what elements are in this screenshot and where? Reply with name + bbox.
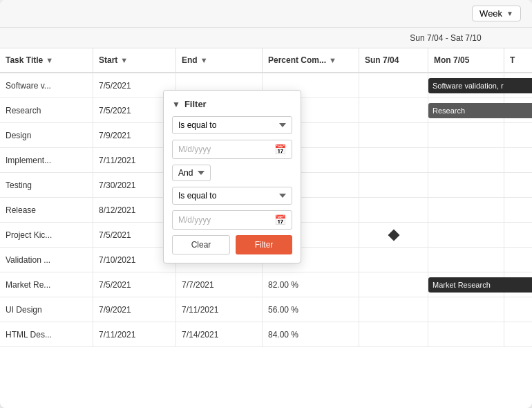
task-title-label: Task Title [6, 55, 43, 65]
col-header-start: Start ▼ [93, 48, 176, 72]
cell-mon [428, 123, 504, 147]
cell-task: HTML Des... [0, 322, 93, 346]
filter-button[interactable]: Filter [236, 235, 292, 254]
cell-t [504, 223, 532, 247]
cell-sun [359, 272, 428, 297]
cell-task: Software v... [0, 73, 93, 98]
cell-end: 7/11/2021 [176, 297, 263, 322]
cell-mon [428, 148, 504, 172]
calendar1-icon: 📅 [274, 144, 286, 155]
col-header-task: Task Title ▼ [0, 48, 93, 72]
cell-sun [359, 322, 428, 346]
cell-sun [359, 98, 428, 122]
cell-sun [359, 123, 428, 147]
and-row: And Or [172, 165, 292, 181]
cell-task: Market Re... [0, 272, 93, 297]
cell-end: 7/7/2021 [176, 272, 263, 297]
end-label: End [182, 55, 198, 65]
cell-t [504, 297, 532, 322]
cell-sun [359, 223, 428, 247]
cell-t [504, 148, 532, 172]
table-row: UI Design 7/9/2021 7/11/2021 56.00 % [0, 297, 532, 322]
week-selector[interactable]: Week ▼ [472, 6, 521, 21]
gantt-bar: Market Research [428, 277, 532, 293]
col-header-sun: Sun 7/04 [359, 48, 428, 72]
cell-start: 7/5/2021 [93, 272, 176, 297]
table-row: Market Re... 7/5/2021 7/7/2021 82.00 % M… [0, 272, 532, 297]
main-container: Week ▼ Sun 7/04 - Sat 7/10 Task Title ▼ … [0, 0, 532, 408]
cell-mon [428, 322, 504, 346]
filter-condition1-select[interactable]: Is equal to Is not equal to Is before Is… [172, 116, 292, 134]
cell-sun [359, 248, 428, 272]
filter-date1-input[interactable]: M/d/yyyy 📅 [172, 140, 292, 159]
cell-mon [428, 248, 504, 272]
col-header-percent: Percent Com... ▼ [263, 48, 359, 72]
cell-task: Design [0, 123, 93, 147]
cell-sun [359, 297, 428, 322]
end-filter-icon[interactable]: ▼ [200, 56, 208, 64]
cell-percent: 82.00 % [263, 272, 359, 297]
cell-sun [359, 198, 428, 222]
cell-end: 7/14/2021 [176, 322, 263, 346]
cell-mon: Research [428, 98, 504, 122]
cell-t [504, 123, 532, 147]
start-label: Start [99, 55, 117, 65]
filter-dropdown: ▼ Filter Is equal to Is not equal to Is … [163, 90, 301, 263]
filter-actions: Clear Filter [172, 235, 292, 254]
column-headers: Task Title ▼ Start ▼ End ▼ Percent Com..… [0, 48, 532, 73]
cell-mon [428, 223, 504, 247]
milestone-diamond-icon [388, 229, 399, 241]
percent-filter-icon[interactable]: ▼ [329, 56, 336, 64]
cell-mon: Software validation, r [428, 73, 504, 98]
start-filter-icon[interactable]: ▼ [120, 56, 128, 64]
tue-label: T [510, 55, 515, 65]
gantt-bar: Research [428, 103, 532, 118]
clear-button[interactable]: Clear [172, 235, 230, 254]
filter-title: ▼ Filter [172, 99, 292, 109]
cell-sun [359, 148, 428, 172]
cell-task: Implement... [0, 148, 93, 172]
cell-percent: 84.00 % [263, 322, 359, 346]
header-bar: Week ▼ [0, 0, 532, 28]
cell-start: 7/11/2021 [93, 322, 176, 346]
cell-start: 7/9/2021 [93, 297, 176, 322]
filter-funnel-icon: ▼ [172, 100, 180, 109]
cell-task: UI Design [0, 297, 93, 322]
cell-mon: Market Research [428, 272, 504, 297]
cell-mon [428, 198, 504, 222]
sun-label: Sun 7/04 [365, 55, 399, 65]
date-range-label: Sun 7/04 - Sat 7/10 [359, 33, 532, 43]
date1-placeholder: M/d/yyyy [178, 145, 211, 154]
col-header-mon: Mon 7/05 [428, 48, 504, 72]
gantt-bar: Software validation, r [428, 78, 532, 93]
task-filter-icon[interactable]: ▼ [46, 56, 53, 64]
cell-mon [428, 173, 504, 197]
cell-task: Testing [0, 173, 93, 197]
cell-sun [359, 173, 428, 197]
date2-placeholder: M/d/yyyy [178, 215, 211, 225]
cell-sun [359, 73, 428, 98]
filter-condition2-select[interactable]: Is equal to Is not equal to Is before Is… [172, 187, 292, 205]
cell-task: Release [0, 198, 93, 222]
filter-title-label: Filter [184, 99, 207, 109]
cell-mon [428, 297, 504, 322]
cell-t [504, 173, 532, 197]
and-select[interactable]: And Or [172, 165, 211, 181]
cell-percent: 56.00 % [263, 297, 359, 322]
cell-task: Project Kic... [0, 223, 93, 247]
col-header-end: End ▼ [176, 48, 263, 72]
cell-task: Validation ... [0, 248, 93, 272]
chevron-down-icon: ▼ [506, 10, 513, 17]
percent-label: Percent Com... [268, 55, 326, 65]
col-header-tue: T [504, 48, 532, 72]
cell-task: Research [0, 98, 93, 122]
cell-t [504, 248, 532, 272]
week-label: Week [479, 8, 502, 19]
date-range-header: Sun 7/04 - Sat 7/10 [0, 28, 532, 48]
mon-label: Mon 7/05 [434, 55, 469, 65]
table-row: HTML Des... 7/11/2021 7/14/2021 84.00 % [0, 322, 532, 347]
filter-date2-input[interactable]: M/d/yyyy 📅 [172, 210, 292, 230]
cell-t [504, 198, 532, 222]
calendar2-icon: 📅 [274, 214, 286, 225]
cell-t [504, 322, 532, 346]
